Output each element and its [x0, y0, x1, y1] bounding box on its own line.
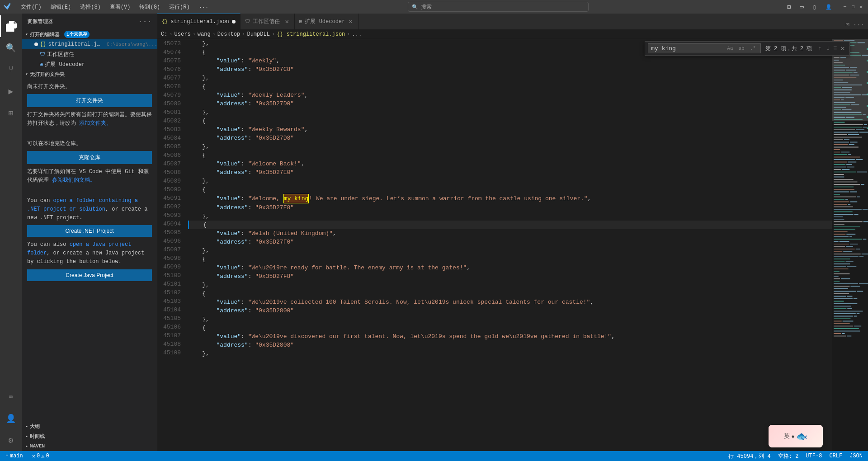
find-input[interactable]: [651, 45, 723, 52]
tab-workspace-close[interactable]: ✕: [284, 18, 289, 25]
status-errors[interactable]: ✕ 0 ⚠ 0: [30, 453, 51, 460]
code-line-45076: "address": "0x35D27C8": [188, 65, 832, 74]
open-editors-header[interactable]: ▾ 打开的编辑器 1个未保存: [22, 29, 157, 39]
menu-file[interactable]: 文件(F): [17, 2, 45, 12]
layout-btn-2[interactable]: ▭: [797, 2, 806, 12]
no-folder-header[interactable]: ▾ 无打开的文件夹: [22, 69, 157, 79]
create-net-btn[interactable]: Create .NET Project: [27, 225, 152, 237]
activity-account[interactable]: 👤: [0, 408, 22, 429]
warning-count: 0: [46, 453, 49, 459]
open-folder-warning: 打开文件夹将关闭所有当前打开的编辑器。要使其保持打开状态，请改为 添加文件夹。: [27, 111, 152, 128]
activity-settings[interactable]: ⚙: [0, 429, 22, 451]
activity-explorer[interactable]: [0, 15, 22, 37]
bc-dumpdll[interactable]: DumpDLL: [247, 31, 269, 38]
tab-stringliteral[interactable]: {} stringliteral.json: [157, 14, 241, 29]
tab-udecoder-close[interactable]: ✕: [348, 18, 353, 25]
bc-users[interactable]: Users: [175, 31, 191, 38]
code-line-45104: "address": "0x35D2800": [188, 306, 832, 315]
code-line-45101: },: [188, 281, 832, 289]
maximize-btn[interactable]: □: [850, 4, 856, 10]
menu-select[interactable]: 选择(S): [76, 2, 104, 12]
bc-wang[interactable]: wang: [198, 31, 211, 38]
titlebar: 文件(F) 编辑(E) 选择(S) 查看(V) 转到(G) 运行(R) ... …: [0, 0, 868, 14]
close-btn[interactable]: ✕: [858, 4, 864, 10]
activity-git[interactable]: ⑂: [0, 59, 22, 80]
clone-repo-btn[interactable]: 克隆仓库: [27, 151, 152, 164]
sidebar-more-btn[interactable]: ···: [138, 18, 152, 26]
bc-more[interactable]: ...: [352, 31, 362, 38]
tab-unsaved-dot: [232, 20, 236, 24]
status-bar: ⑂ main ✕ 0 ⚠ 0 行 45094，列 4 空格: 2 UTF-8 C…: [0, 451, 868, 461]
tab-shield-icon: 🛡: [245, 19, 250, 24]
open-folder-btn[interactable]: 打开文件夹: [27, 94, 152, 107]
menu-goto[interactable]: 转到(G): [136, 2, 164, 12]
git-docs-link[interactable]: 参阅我们的文档。: [52, 177, 95, 183]
activity-search[interactable]: 🔍: [0, 37, 22, 59]
search-icon: 🔍: [412, 4, 418, 10]
more-actions-btn[interactable]: ···: [851, 20, 866, 29]
shield-icon: 🛡: [40, 51, 45, 58]
editor-content[interactable]: Aa ab .* 第 2 项，共 2 项 ↑ ↓ ≡ ✕ 45073450744…: [157, 39, 868, 451]
status-encoding[interactable]: UTF-8: [804, 453, 824, 459]
tab-workspace[interactable]: 🛡 工作区信任 ✕: [241, 14, 295, 29]
timeline-section[interactable]: ▸ 时间线: [22, 431, 157, 441]
maven-chevron: ▸: [25, 443, 28, 449]
activity-extensions[interactable]: ⊞: [0, 102, 22, 124]
menu-run[interactable]: 运行(R): [165, 2, 193, 12]
find-result-count: 第 2 项，共 2 项: [763, 45, 815, 52]
tab-udecoder[interactable]: ⊞ 扩展 Udecoder ✕: [295, 14, 359, 29]
code-line-45086: {: [188, 151, 832, 160]
java-msg: You can also open a Java project folder,…: [27, 240, 152, 267]
timeline-chevron: ▸: [25, 433, 28, 439]
status-branch[interactable]: ⑂ main: [4, 453, 25, 459]
spaces-text: 空格: 2: [778, 452, 799, 460]
find-next-btn[interactable]: ↓: [825, 44, 831, 52]
menu-edit[interactable]: 编辑(E): [47, 2, 75, 12]
add-folder-link[interactable]: 添加文件夹。: [79, 120, 112, 127]
status-eol[interactable]: CRLF: [827, 453, 844, 459]
split-editor-btn[interactable]: ⊡: [844, 20, 851, 29]
menu-more[interactable]: ...: [195, 2, 212, 12]
minimize-btn[interactable]: ─: [842, 4, 848, 10]
file-item-stringliteral[interactable]: {} stringliteral.json C:\Users\wang\...: [22, 39, 157, 49]
code-line-45079: "value": "Weekly Leaders",: [188, 91, 832, 99]
notif-bg: 英 ♦ 🐟: [769, 425, 823, 447]
create-java-btn[interactable]: Create Java Project: [27, 269, 152, 281]
find-input-area: Aa ab .*: [648, 43, 761, 53]
notification-popup: 英 ♦ 🐟: [769, 425, 823, 447]
find-prev-btn[interactable]: ↑: [816, 44, 823, 52]
minimap[interactable]: [832, 39, 868, 451]
layout-btn-1[interactable]: ⊞: [784, 2, 793, 12]
outline-section[interactable]: ▸ 大纲: [22, 421, 157, 431]
maven-section[interactable]: ▸ MAVEN: [22, 441, 157, 451]
open-editors-label: 打开的编辑器: [30, 31, 60, 38]
bc-desktop[interactable]: Desktop: [217, 31, 240, 38]
tab-workspace-label: 工作区信任: [253, 18, 282, 25]
bc-sep6: ›: [347, 31, 350, 38]
eol-text: CRLF: [829, 453, 842, 459]
sidebar: 资源管理器 ··· ▾ 打开的编辑器 1个未保存 {} stringlitera…: [22, 14, 157, 451]
find-word-btn[interactable]: ab: [737, 45, 746, 52]
activity-remote[interactable]: ⌨: [0, 386, 22, 408]
code-line-45100: "address": "0x35D27F8": [188, 272, 832, 281]
find-lines-btn[interactable]: ≡: [833, 45, 837, 52]
file-item-udecoder[interactable]: ⊞ 扩展 Udecoder: [22, 59, 157, 69]
code-area[interactable]: }, { "value": "Weekly", "address": "0x35…: [184, 39, 832, 451]
vscode-icon: [4, 3, 12, 11]
layout-btn-3[interactable]: ▯: [810, 2, 819, 12]
find-close-btn[interactable]: ✕: [839, 43, 847, 53]
status-spaces[interactable]: 空格: 2: [776, 452, 801, 460]
status-position[interactable]: 行 45094，列 4: [726, 452, 773, 460]
bc-file[interactable]: {} stringliteral.json: [277, 31, 345, 38]
bc-c[interactable]: C:: [161, 31, 167, 38]
user-icon[interactable]: 👤: [823, 3, 835, 11]
titlebar-search-box[interactable]: 🔍 搜索: [408, 2, 589, 12]
find-regex-btn[interactable]: .*: [748, 45, 758, 52]
notif-text1: 英: [784, 432, 790, 440]
find-case-btn[interactable]: Aa: [725, 45, 735, 52]
menu-view[interactable]: 查看(V): [106, 2, 134, 12]
activity-debug[interactable]: ▶: [0, 80, 22, 102]
status-language[interactable]: JSON: [848, 453, 864, 459]
bc-sep3: ›: [212, 31, 216, 38]
file-item-workspace[interactable]: 🛡 工作区信任: [22, 49, 157, 59]
